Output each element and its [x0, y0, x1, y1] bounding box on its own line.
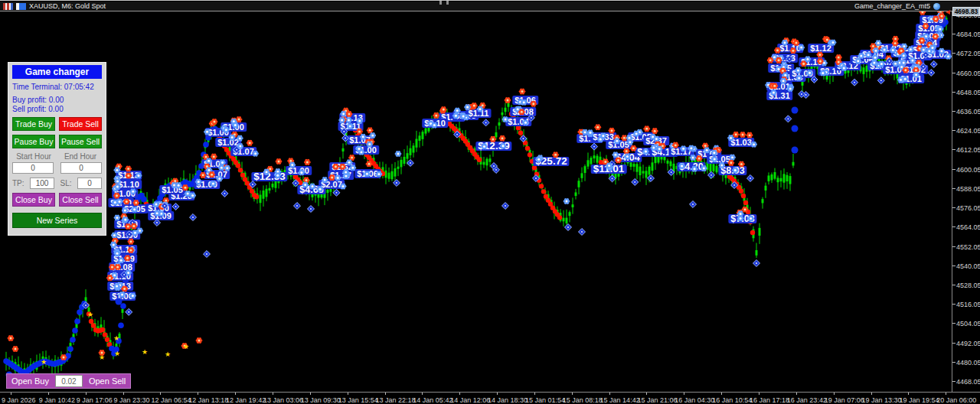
time-tick-label: 15 Jan 01:54	[525, 396, 565, 404]
chart-window-icon[interactable]	[16, 3, 26, 10]
start-hour-label: Start Hour	[12, 152, 55, 161]
time-tick-label: 14 Jan 18:30	[488, 396, 528, 404]
time-tick	[198, 393, 198, 395]
time-tick-label: 9 Jan 17:06	[77, 396, 113, 404]
price-tick	[952, 323, 956, 324]
time-tick	[459, 393, 460, 395]
pause-buy-button[interactable]: Pause Buy	[12, 135, 55, 148]
price-tick	[952, 207, 956, 208]
price-tick-label: 4492.05	[956, 340, 980, 347]
time-tick-label: 13 Jan 09:30	[301, 396, 341, 404]
price-tick	[952, 169, 956, 170]
time-tick	[273, 393, 273, 395]
chart-area[interactable]: $1.13$1.10$1.00$1.10$2.05$1.00$1.09$1.00…	[0, 11, 952, 392]
pause-sell-button[interactable]: Pause Sell	[59, 135, 102, 148]
price-tick-label: 4648.05	[956, 89, 980, 96]
time-tick	[834, 393, 835, 395]
price-tick-label: 4624.05	[956, 127, 980, 135]
price-tick-label: 4636.05	[956, 108, 980, 116]
price-tick	[952, 381, 956, 382]
price-tick	[952, 362, 956, 363]
time-tick	[422, 393, 423, 395]
time-tick-label: 16 Jan 17:18	[750, 396, 789, 404]
new-series-button[interactable]: New Series	[12, 213, 102, 228]
time-tick	[48, 393, 49, 395]
time-tick	[497, 393, 498, 395]
price-tick	[952, 130, 956, 131]
price-tick	[952, 285, 956, 285]
start-hour-input[interactable]	[12, 162, 54, 174]
mt5-window: XAUUSD, M6: Gold Spot Game_changer_EA_mt…	[0, 0, 980, 404]
price-tick-label: 4600.05	[956, 166, 980, 174]
price-tick	[952, 304, 956, 305]
price-tick-label: 4516.05	[956, 301, 980, 308]
time-tick	[946, 393, 946, 395]
time-tick	[160, 393, 161, 395]
buy-profit-label: Buy profit: 0.00	[12, 96, 102, 104]
price-direction-arrow	[946, 10, 950, 15]
lot-size-input[interactable]	[55, 375, 83, 387]
chart-symbol-icon[interactable]	[3, 3, 13, 10]
time-tick	[123, 393, 124, 395]
time-tick	[684, 393, 684, 395]
price-tick	[952, 92, 956, 93]
time-tick-label: 9 Jan 10:42	[39, 396, 75, 404]
price-tick-label: 4660.05	[956, 70, 980, 77]
time-tick-label: 9 Jan 2026	[2, 396, 36, 404]
time-tick	[871, 393, 872, 395]
time-tick-label: 16 Jan 10:54	[712, 396, 752, 404]
chart-title: XAUUSD, M6: Gold Spot	[29, 2, 106, 10]
time-tick	[86, 393, 87, 395]
price-tick	[952, 246, 956, 247]
price-tick-label: 4588.05	[956, 185, 980, 193]
time-tick-label: 14 Jan 12:06	[450, 396, 490, 404]
price-tick-label: 4480.05	[956, 359, 980, 367]
time-tick-label: 12 Jan 06:54	[151, 396, 191, 404]
time-tick	[11, 393, 11, 395]
price-tick	[952, 149, 956, 150]
time-tick-label: 12 Jan 13:18	[188, 396, 228, 404]
panel-title[interactable]: Game changer	[12, 65, 102, 79]
time-tick	[721, 393, 722, 395]
window-splitter-notch[interactable]	[439, 1, 449, 5]
time-tick	[759, 393, 760, 395]
time-tick-label: 12 Jan 19:42	[226, 396, 266, 404]
time-tick-label: 20 Jan 06:00	[936, 396, 976, 404]
time-tick-label: 19 Jan 13:30	[862, 396, 902, 404]
time-tick-label: 19 Jan 07:06	[825, 396, 864, 404]
ea-smiley-icon[interactable]	[933, 3, 940, 10]
candlestick-canvas	[0, 11, 952, 392]
time-tick-label: 13 Jan 15:54	[338, 396, 378, 404]
time-tick-label: 14 Jan 05:42	[413, 396, 452, 404]
time-tick	[310, 393, 311, 395]
tp-input[interactable]	[30, 178, 54, 189]
time-tick	[534, 393, 535, 395]
price-tick-label: 4684.05	[956, 31, 980, 38]
close-sell-button[interactable]: Close Sell	[59, 193, 102, 207]
sl-input[interactable]	[77, 178, 102, 189]
open-buy-button[interactable]: Open Buy	[7, 374, 54, 388]
current-price-chip: 4698.83	[952, 7, 980, 16]
time-tick-label: 19 Jan 19:54	[899, 396, 939, 404]
time-tick-label: 16 Jan 23:42	[787, 396, 827, 404]
time-tick-label: 15 Jan 21:06	[637, 396, 677, 404]
time-tick-label: 16 Jan 04:30	[675, 396, 714, 404]
price-tick-label: 4612.05	[956, 146, 980, 154]
price-tick-label: 4576.05	[956, 204, 980, 212]
time-axis[interactable]: 9 Jan 20269 Jan 10:429 Jan 17:069 Jan 23…	[0, 392, 980, 404]
time-tick	[235, 393, 236, 395]
end-hour-label: End Hour	[59, 152, 102, 161]
close-buy-button[interactable]: Close Buy	[12, 193, 55, 207]
open-sell-button[interactable]: Open Sell	[84, 374, 130, 388]
time-tick-label: 15 Jan 14:42	[600, 396, 640, 404]
price-tick-label: 4552.05	[956, 243, 980, 251]
time-tick-label: 13 Jan 22:18	[376, 396, 416, 404]
time-tick	[385, 393, 386, 395]
price-tick	[952, 34, 956, 34]
end-hour-input[interactable]	[60, 162, 102, 174]
trade-buy-button[interactable]: Trade Buy	[12, 117, 55, 131]
trade-sell-button[interactable]: Trade Sell	[59, 117, 102, 131]
quick-order-bar: Open Buy Open Sell	[6, 373, 131, 389]
price-tick	[952, 188, 956, 189]
price-axis[interactable]: 4696.054684.054672.054660.054648.054636.…	[952, 11, 980, 392]
